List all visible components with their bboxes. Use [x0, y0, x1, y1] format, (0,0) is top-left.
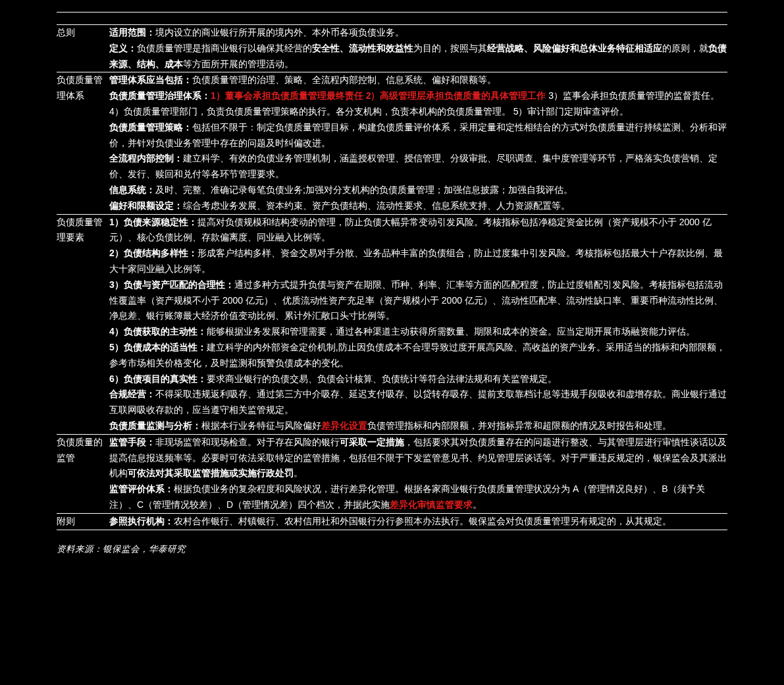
sys-ic: 建立科学、有效的负债业务管理机制，涵盖授权管理、授信管理、分级审批、尽职调查、集… [109, 153, 718, 179]
section-appendix: 附则 参照执行机构：农村合作银行、村镇银行、农村信用社和外国银行分行参照本办法执… [57, 513, 727, 530]
section-body: 参照执行机构：农村合作银行、村镇银行、农村信用社和外国银行分行参照本办法执行。银… [109, 513, 727, 530]
scope-text: 境内设立的商业银行所开展的境内外、本外币各项负债业务。 [155, 27, 404, 38]
e6: 要求商业银行的负债交易、负债会计核算、负债统计等符合法律法规和有关监管规定。 [207, 373, 557, 384]
app-rest: 农村合作银行、村镇银行、农村信用社和外国银行分行参照本办法执行。银保监会对负债质… [174, 516, 671, 526]
e6-b: 6）负债项目的真实性： [109, 373, 207, 384]
m-red: 差异化设置 [321, 420, 367, 431]
sup-tools-p3: 。 [294, 468, 303, 478]
def-p3: 的原则，就 [662, 43, 708, 53]
sys-g-red: 1）董事会承担负债质量管理最终责任 2）高级管理层承担负债质量的具体管理工作 [211, 90, 546, 101]
section-label: 附则 [57, 513, 109, 530]
def-b2: 经营战略、风险偏好和总体业务特征相适应 [487, 43, 662, 53]
sys-s-b: 负债质量管理策略： [109, 122, 192, 132]
def-prefix: 定义： [109, 43, 137, 53]
section-label: 负债质量的监管 [57, 434, 109, 513]
sup-tools-b3: 可依法对其采取监管措施或实施行政处罚 [128, 468, 294, 478]
section-label: 负债质量管理体系 [57, 72, 109, 214]
e3-b: 3）负债与资产匹配的合理性： [109, 279, 234, 290]
section-label: 负债质量管理要素 [57, 214, 109, 434]
def-b1: 安全性、流动性和效益性 [312, 43, 413, 53]
section-elements: 负债质量管理要素 1）负债来源稳定性：提高对负债规模和结构变动的管理，防止负债大… [57, 214, 727, 434]
e4-b: 4）负债获取的主动性： [109, 326, 207, 337]
sys-t-b: 管理体系应当包括： [109, 74, 192, 85]
scope-prefix: 适用范围： [109, 27, 155, 38]
sys-pl: 综合考虑业务发展、资本约束、资产负债结构、流动性要求、信息系统支持、人力资源配置… [183, 200, 570, 211]
c: 不得采取违规返利吸存、通过第三方中介吸存、延迟支付吸存、以贷转存吸存、提前支取靠… [109, 389, 727, 415]
e4: 能够根据业务发展和管理需要，通过各种渠道主动获得所需数量、期限和成本的资金。应当… [207, 326, 695, 337]
sys-s: 包括但不限于：制定负债质量管理目标，构建负债质量评价体系，采用定量和定性相结合的… [109, 122, 727, 148]
section-supervision: 负债质量的监管 监管手段：非现场监管和现场检查。对于存在风险的银行可采取一定措施… [57, 434, 727, 513]
e5-b: 5）负债成本的适当性： [109, 342, 207, 352]
sys-g-b: 负债质量管理治理体系： [109, 90, 211, 101]
e2: 形成客户结构多样、资金交易对手分散、业务品种丰富的负债组合，防止过度集中引发风险… [109, 248, 723, 274]
sys-is: 及时、完整、准确记录每笔负债业务;加强对分支机构的负债质量管理；加强信息披露；加… [155, 184, 573, 195]
section-system: 负债质量管理体系 管理体系应当包括：负债质量管理的治理、策略、全流程内部控制、信… [57, 72, 727, 214]
section-body: 管理体系应当包括：负债质量管理的治理、策略、全流程内部控制、信息系统、偏好和限额… [109, 72, 727, 214]
section-general: 总则 适用范围：境内设立的商业银行所开展的境内外、本外币各项负债业务。 定义：负… [57, 25, 727, 72]
e1: 提高对负债规模和结构变动的管理，防止负债大幅异常变动引发风险。考核指标包括净稳定… [109, 217, 712, 243]
sup-tools-b: 监管手段： [109, 437, 155, 447]
sys-ic-b: 全流程内部控制： [109, 153, 183, 163]
sys-pl-b: 偏好和限额设定： [109, 200, 183, 211]
section-body: 监管手段：非现场监管和现场检查。对于存在风险的银行可采取一定措施，包括要求其对负… [109, 434, 727, 513]
top-rule [57, 12, 727, 13]
sys-t: 负债质量管理的治理、策略、全流程内部控制、信息系统、偏好和限额等。 [192, 74, 496, 85]
sup-eval-b: 监管评价体系： [109, 483, 174, 494]
section-label: 总则 [57, 25, 109, 72]
section-body: 1）负债来源稳定性：提高对负债规模和结构变动的管理，防止负债大幅异常变动引发风险… [109, 214, 727, 434]
sup-tools-p1: 非现场监管和现场检查。对于存在风险的银行 [155, 437, 340, 447]
source-line: 资料来源：银保监会，华泰研究 [57, 542, 727, 557]
c-b: 合规经营： [109, 389, 155, 399]
document-page: 总则 适用范围：境内设立的商业银行所开展的境内外、本外币各项负债业务。 定义：负… [0, 0, 784, 576]
m-p2: 负债管理指标和内部限额，并对指标异常和超限额的情况及时报告和处理。 [367, 420, 671, 431]
m-b: 负债质量监测与分析： [109, 420, 201, 431]
def-p4: 等方面所开展的管理活动。 [183, 59, 294, 69]
e1-b: 1）负债来源稳定性： [109, 217, 197, 227]
sup-eval-red: 差异化审慎监管要求 [390, 499, 473, 510]
def-p2: 为目的，按照与其 [413, 43, 487, 53]
content-table: 总则 适用范围：境内设立的商业银行所开展的境内外、本外币各项负债业务。 定义：负… [57, 24, 727, 530]
sup-tools-b2: 可采取一定措施 [340, 437, 404, 447]
section-body: 适用范围：境内设立的商业银行所开展的境内外、本外币各项负债业务。 定义：负债质量… [109, 25, 727, 72]
sys-is-b: 信息系统： [109, 184, 155, 195]
e2-b: 2）负债结构多样性： [109, 248, 197, 258]
def-p1: 负债质量管理是指商业银行以确保其经营的 [137, 43, 312, 53]
app-b: 参照执行机构： [109, 516, 174, 526]
sup-eval-p2: 。 [473, 499, 482, 510]
m-p1: 根据本行业务特征与风险偏好 [201, 420, 321, 431]
